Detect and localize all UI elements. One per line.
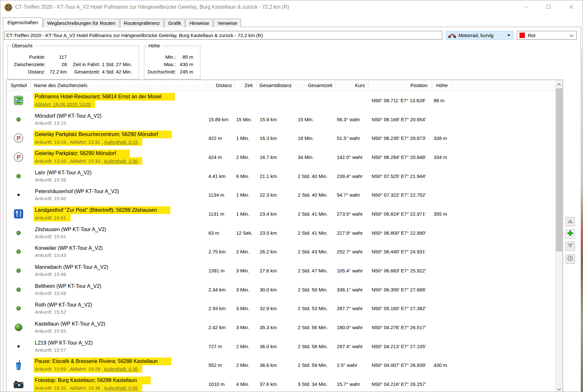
waypoint-row[interactable]: Mannebach (WP KT-Tour A_V2) Ankunft: 15:… (6, 261, 555, 280)
svg-text:P: P (17, 135, 21, 142)
tab-eigenschaften[interactable]: Eigenschaften (3, 17, 43, 27)
waypoint-small-dot-icon (6, 185, 31, 204)
maximize-icon (546, 5, 551, 10)
punkte-label: Punkte: (8, 54, 45, 60)
cell-gesamtzeit: 2 Std. 53 Min. (291, 299, 336, 318)
column-header-zeit[interactable]: Zeit (235, 80, 257, 91)
cell-kurs: 252.7° wahr (336, 242, 368, 261)
waypoint-times: Ankunft: 13:15 (34, 120, 67, 126)
waypoint-row[interactable]: Zilshausen (WP KT-Tour A_V2) Ankunft: 15… (6, 223, 555, 242)
waypoint-row[interactable]: Beltheim (WP KT-Tour A_V2) Ankunft: 15:4… (6, 280, 555, 299)
drink-icon (6, 356, 31, 375)
cell-kurs: 180.0° wahr (336, 318, 368, 337)
waypoint-row[interactable]: Lahr (WP KT-Tour A_V2) Ankunft: 15:39 4.… (6, 167, 555, 186)
waypoint-row[interactable]: Roth (WP KT-Tour A_V2) Ankunft: 15:52 2.… (6, 299, 555, 318)
cell-hoehe (432, 299, 452, 318)
cell-filler (452, 204, 555, 223)
column-header-gesamtdistanz[interactable]: Gesamtdistanz (257, 80, 291, 91)
cell-hoehe (432, 242, 452, 261)
waypoint-name: Pollmanns Hotel-Restaurant; 56814 Ernst … (34, 93, 175, 101)
cell-gesamtzeit: 2 Std. 40 Min. (291, 167, 336, 186)
cell-distanz: 1010 m (206, 375, 235, 392)
scrollbar-thumb[interactable] (556, 88, 562, 251)
cell-gesamtdistanz: 22.3 km (257, 185, 291, 204)
waypoint-row[interactable]: Pause: Eiscafé & Brasserie Riviera; 5628… (6, 356, 555, 375)
waypoint-times: Ankunft: 15:49 (34, 290, 67, 297)
column-header-gesamtzeit[interactable]: Gesamtzeit (291, 80, 336, 91)
cell-kurs: 239.4° wahr (336, 167, 368, 186)
min-label: Min.: (144, 54, 176, 60)
cell-zeit: 1 Min. (235, 185, 257, 204)
cell-position: N50° 06.355' E7° 27.686' (368, 280, 432, 299)
waypoint-name-cell: Roth (WP KT-Tour A_V2) Ankunft: 15:52 (31, 299, 206, 318)
cell-gesamtdistanz: 30.0 km (257, 280, 291, 299)
scroll-up-button[interactable] (556, 80, 563, 88)
parking-icon: P (6, 148, 31, 167)
waypoint-row[interactable]: Fotostop: Burg Kastellaun; 56288 Kastell… (6, 375, 555, 392)
cell-gesamtzeit: 2 Std. 41 Min. (291, 223, 336, 242)
elevation-title: Höhe (147, 43, 162, 48)
tab-wegbeschreibungen[interactable]: Wegbeschreibungen für Routen (43, 19, 119, 27)
route-color-dropdown[interactable]: Rot (517, 31, 577, 40)
waypoint-name: Fotostop: Burg Kastellaun; 56288 Kastell… (34, 377, 151, 384)
cell-distanz: 2.93 km (206, 299, 235, 318)
waypoint-row[interactable]: Petershäuserhof (WP KT-Tour A_V2) Ankunf… (6, 185, 555, 204)
tab-verweise[interactable]: Verweise (214, 19, 241, 27)
time-button[interactable] (566, 254, 575, 264)
cell-gesamtdistanz: 37.6 km (257, 375, 291, 392)
cell-filler (452, 337, 555, 356)
waypoint-row[interactable]: Pollmanns Hotel-Restaurant; 56814 Ernst … (6, 91, 555, 110)
move-down-button[interactable] (566, 241, 575, 251)
waypoint-dot-icon (6, 110, 31, 129)
scroll-down-button[interactable] (556, 385, 563, 392)
cell-kurs: 336.1° wahr (336, 280, 368, 299)
tab-hinweise[interactable]: Hinweise (186, 19, 213, 27)
maximize-button[interactable] (538, 0, 558, 15)
close-button[interactable] (561, 0, 581, 15)
waypoint-list-header: Symbol Name des Zwischenziels Distanz Ze… (6, 80, 555, 91)
move-up-button[interactable] (566, 217, 575, 226)
column-header-kurs[interactable]: Kurs (336, 80, 368, 91)
waypoint-name: L219 (WP KT-Tour A_V2) (34, 339, 94, 347)
minimize-button[interactable] (516, 0, 536, 15)
cell-distanz: 727 m (206, 337, 235, 356)
cell-filler (452, 91, 555, 110)
add-waypoint-button[interactable] (566, 229, 575, 239)
min-value: 85 m (177, 54, 193, 60)
waypoint-row[interactable]: P Geierlay Parkplatz; 56290 Mörsdorf Ank… (6, 148, 555, 167)
waypoint-row[interactable]: L219 (WP KT-Tour A_V2) Ankunft: 15:57 72… (6, 337, 555, 356)
chevron-up-icon (557, 81, 561, 87)
cell-distanz: 63 m (206, 223, 235, 242)
column-header-distanz[interactable]: Distanz (206, 80, 235, 91)
tab-routenpraeferenz[interactable]: Routenpräferenz (120, 19, 164, 27)
waypoint-row[interactable]: Landgasthof "Zur Post" (Bikertreff); 562… (6, 204, 555, 223)
waypoint-times: Ankunft: 15:40 (34, 195, 67, 202)
cell-gesamtzeit: 2 Std. 59 Min. (291, 356, 336, 375)
plus-icon (567, 230, 573, 238)
column-header-position[interactable]: Position (368, 80, 432, 91)
tab-grafik[interactable]: Grafik (164, 19, 185, 27)
vertical-scrollbar[interactable] (555, 80, 563, 392)
triangle-up-icon (568, 219, 573, 225)
cell-hoehe: 334 m (432, 148, 452, 167)
waypoint-name: Beltheim (WP KT-Tour A_V2) (34, 283, 103, 290)
waypoint-name-cell: Fotostop: Burg Kastellaun; 56288 Kastell… (31, 375, 206, 392)
route-name-input[interactable] (4, 31, 442, 40)
waypoint-row[interactable]: Kastellaun (WP KT-Tour A_V2) Ankunft: 15… (6, 318, 555, 337)
cell-filler (452, 356, 555, 375)
max-label: Max.: (144, 61, 176, 67)
waypoint-row[interactable]: Korweiler (WP KT-Tour A_V2) Ankunft: 15:… (6, 242, 555, 261)
cell-gesamtdistanz: 27.6 km (257, 261, 291, 280)
route-profile-dropdown[interactable]: Motorrad, kurvig (446, 31, 514, 40)
waypoint-row[interactable]: Mörsdorf (WP KT-Tour A_V2) Ankunft: 13:1… (6, 110, 555, 129)
column-header-name[interactable]: Name des Zwischenziels (31, 80, 206, 91)
waypoint-times: Ankunft: 15:41 (34, 233, 67, 240)
column-header-hoehe[interactable]: Höhe (432, 80, 452, 91)
waypoint-times: Ankunft: 15:39 (34, 176, 67, 183)
column-header-symbol[interactable]: Symbol (6, 80, 31, 91)
cell-zeit: 4 Min. (235, 375, 257, 392)
cell-kurs: 287.7° wahr (336, 299, 368, 318)
cell-filler (452, 129, 555, 148)
cell-filler (452, 148, 555, 167)
waypoint-row[interactable]: P Geierlay Parkplatz Besucherzentrum; 56… (6, 129, 555, 148)
